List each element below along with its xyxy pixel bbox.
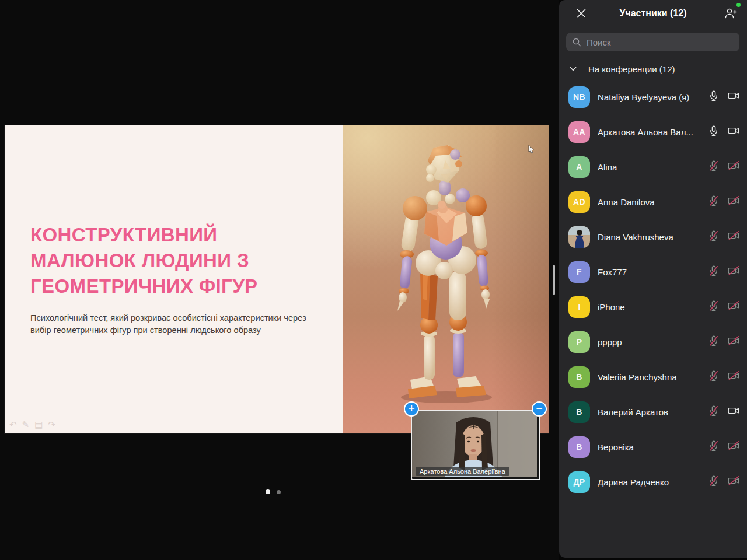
participant-status-icons xyxy=(708,370,740,384)
panel-header: Участники (12) xyxy=(559,0,747,27)
photo-light-overlay xyxy=(343,125,549,433)
participant-name: Валерий Аркатов xyxy=(598,407,708,417)
zoom-out-button[interactable]: − xyxy=(532,401,547,416)
mic-icon xyxy=(708,195,720,209)
stage-scrollbar-handle[interactable] xyxy=(553,265,555,295)
mic-icon xyxy=(708,265,720,279)
presence-dot xyxy=(736,3,741,7)
avatar-initials: F xyxy=(577,267,582,276)
chevron-down-icon xyxy=(569,65,577,73)
participant-row[interactable]: AA Аркатова Альона Вал... xyxy=(559,114,747,149)
mic-icon xyxy=(708,335,720,349)
slides-icon[interactable]: ▤ xyxy=(34,419,43,430)
participant-name: Вероніка xyxy=(598,442,708,452)
avatar-initials: ДР xyxy=(574,477,585,487)
avatar: F xyxy=(568,261,590,283)
avatar-initials: P xyxy=(577,337,582,346)
participant-status-icons xyxy=(708,265,740,279)
mic-icon xyxy=(708,370,720,384)
slide-text-half: КОНСТРУКТИВНИЙ МАЛЮНОК ЛЮДИНИ З ГЕОМЕТРИ… xyxy=(5,125,343,433)
participant-name: Diana Vakhrusheva xyxy=(598,232,708,242)
avatar-initials: AD xyxy=(573,197,585,206)
slide-title: КОНСТРУКТИВНИЙ МАЛЮНОК ЛЮДИНИ З ГЕОМЕТРИ… xyxy=(30,222,257,299)
participant-row[interactable]: B Вероніка xyxy=(559,429,747,464)
participant-row[interactable]: Diana Vakhrusheva xyxy=(559,219,747,254)
mic-icon xyxy=(708,300,720,314)
mic-icon xyxy=(708,125,720,139)
avatar: ДР xyxy=(568,471,590,493)
participant-name: Аркатова Альона Вал... xyxy=(598,127,708,137)
avatar-initials: A xyxy=(576,162,582,172)
participant-status-icons xyxy=(708,440,740,454)
search-icon xyxy=(572,37,582,47)
section-on-conference[interactable]: На конференции (12) xyxy=(559,60,747,78)
camera-icon xyxy=(727,405,740,419)
redo-icon[interactable]: ↷ xyxy=(48,419,55,430)
participant-row[interactable]: NB Nataliya Byelyayeva (я) xyxy=(559,79,747,114)
mouse-cursor xyxy=(528,145,536,155)
avatar-initials: NB xyxy=(573,92,585,102)
participant-row[interactable]: F Fox777 xyxy=(559,254,747,289)
participant-status-icons xyxy=(708,90,740,104)
mic-icon xyxy=(708,405,720,419)
slide-page-indicator xyxy=(266,489,281,494)
search-input[interactable] xyxy=(585,37,739,48)
participant-status-icons xyxy=(708,125,740,139)
page-dot-inactive xyxy=(277,490,281,494)
avatar: P xyxy=(568,331,590,353)
participant-name: Fox777 xyxy=(598,267,708,277)
add-participant-icon[interactable] xyxy=(723,6,738,21)
camera-icon xyxy=(727,160,740,174)
slide-title-line: МАЛЮНОК ЛЮДИНИ З xyxy=(30,248,257,274)
participants-panel: Участники (12) На конференции (12) NB xyxy=(559,0,747,558)
camera-icon xyxy=(727,90,740,104)
mic-icon xyxy=(708,440,720,454)
camera-icon xyxy=(727,370,740,384)
participant-status-icons xyxy=(708,405,740,419)
avatar-initials: B xyxy=(576,407,582,416)
mic-icon xyxy=(708,90,720,104)
avatar-initials: B xyxy=(576,372,582,382)
avatar-initials: I xyxy=(578,302,580,312)
camera-icon xyxy=(727,265,740,279)
camera-icon xyxy=(727,195,740,209)
participant-status-icons xyxy=(708,335,740,349)
participant-row[interactable]: I iPhone xyxy=(559,289,747,324)
avatar: I xyxy=(568,296,590,318)
avatar: B xyxy=(568,366,590,388)
participant-status-icons xyxy=(708,195,740,209)
participant-row[interactable]: B Валерий Аркатов xyxy=(559,394,747,429)
camera-icon xyxy=(727,125,740,139)
camera-icon xyxy=(727,335,740,349)
participant-row[interactable]: P ppppp xyxy=(559,324,747,359)
participant-name: Дарина Радченко xyxy=(598,477,708,487)
avatar: AA xyxy=(568,121,590,143)
self-video-thumbnail[interactable]: Аркатова Альона Валеріївна xyxy=(411,410,540,480)
participant-name: Alina xyxy=(598,162,708,172)
slide-subtitle: Психологічний тест, який розкриває особи… xyxy=(30,312,321,337)
participant-row[interactable]: ДР Дарина Радченко xyxy=(559,464,747,499)
avatar: B xyxy=(568,401,590,423)
participant-row[interactable]: A Alina xyxy=(559,149,747,184)
participant-row[interactable]: B Valeriia Panchyshna xyxy=(559,359,747,394)
participant-status-icons xyxy=(708,160,740,174)
participant-name: Valeriia Panchyshna xyxy=(598,372,708,382)
avatar-initials: AA xyxy=(573,127,585,136)
participant-name: iPhone xyxy=(598,302,708,312)
camera-icon xyxy=(727,440,740,454)
zoom-in-button[interactable]: + xyxy=(404,401,419,416)
slide-title-line: ГЕОМЕТРИЧНИХ ФІГУР xyxy=(30,274,257,299)
pen-icon[interactable]: ✎ xyxy=(22,419,30,430)
participant-name: ppppp xyxy=(598,337,708,347)
participant-row[interactable]: AD Anna Danilova xyxy=(559,184,747,219)
search-field[interactable] xyxy=(566,33,739,51)
presentation-slide: КОНСТРУКТИВНИЙ МАЛЮНОК ЛЮДИНИ З ГЕОМЕТРИ… xyxy=(5,125,549,433)
undo-icon[interactable]: ↶ xyxy=(9,419,17,430)
camera-icon xyxy=(727,475,740,489)
mic-icon xyxy=(708,230,720,244)
panel-title: Участники (12) xyxy=(559,8,747,19)
participant-list: NB Nataliya Byelyayeva (я) xyxy=(559,79,747,499)
participant-name: Anna Danilova xyxy=(598,197,708,207)
avatar: AD xyxy=(568,191,590,213)
page-dot-active xyxy=(266,489,270,494)
